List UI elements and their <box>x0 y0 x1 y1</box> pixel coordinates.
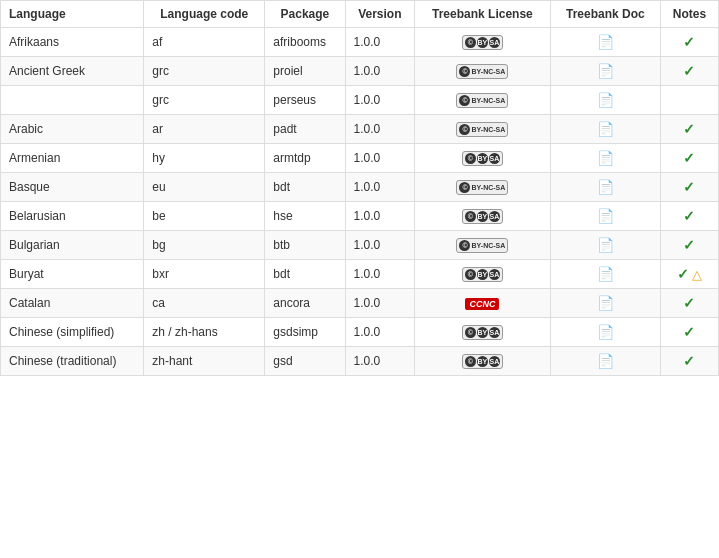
doc-icon[interactable]: 📄 <box>597 179 614 195</box>
cell-notes: ✓ <box>660 347 718 376</box>
cell-doc[interactable]: 📄 <box>550 115 660 144</box>
cell-version: 1.0.0 <box>345 57 415 86</box>
check-icon: ✓ <box>683 237 695 253</box>
doc-icon[interactable]: 📄 <box>597 92 614 108</box>
doc-icon[interactable]: 📄 <box>597 121 614 137</box>
license-badge: © BY SA <box>462 35 503 50</box>
doc-icon[interactable]: 📄 <box>597 266 614 282</box>
cell-doc[interactable]: 📄 <box>550 289 660 318</box>
cell-code: ca <box>144 289 265 318</box>
cc-icon: © <box>465 211 476 222</box>
doc-icon[interactable]: 📄 <box>597 295 614 311</box>
cell-language: Buryat <box>1 260 144 289</box>
cell-version: 1.0.0 <box>345 347 415 376</box>
cell-version: 1.0.0 <box>345 115 415 144</box>
cell-notes: ✓ △ <box>660 260 718 289</box>
cell-code: ar <box>144 115 265 144</box>
cell-language: Chinese (simplified) <box>1 318 144 347</box>
sa-icon: SA <box>489 327 500 338</box>
cell-license: © BY SA <box>415 260 551 289</box>
doc-icon[interactable]: 📄 <box>597 34 614 50</box>
cell-doc[interactable]: 📄 <box>550 202 660 231</box>
cell-doc[interactable]: 📄 <box>550 260 660 289</box>
by-icon: BY <box>477 356 488 367</box>
cell-package: ancora <box>265 289 345 318</box>
cell-language: Bulgarian <box>1 231 144 260</box>
license-badge: © BY-NC-SA <box>456 93 508 108</box>
cell-package: proiel <box>265 57 345 86</box>
col-header-version: Version <box>345 1 415 28</box>
cell-version: 1.0.0 <box>345 289 415 318</box>
cc-icon: © <box>465 153 476 164</box>
cell-doc[interactable]: 📄 <box>550 144 660 173</box>
doc-icon[interactable]: 📄 <box>597 324 614 340</box>
license-badge: © BY SA <box>462 151 503 166</box>
cell-version: 1.0.0 <box>345 28 415 57</box>
license-badge: © BY SA <box>462 267 503 282</box>
cc-icon: © <box>459 95 470 106</box>
sa-icon: SA <box>489 356 500 367</box>
cell-version: 1.0.0 <box>345 318 415 347</box>
table-row: Chinese (simplified) zh / zh-hans gsdsim… <box>1 318 719 347</box>
table-row: Basque eu bdt 1.0.0 © BY-NC-SA 📄 ✓ <box>1 173 719 202</box>
cc-icon: © <box>459 240 470 251</box>
cc-icon: © <box>459 66 470 77</box>
col-header-language: Language <box>1 1 144 28</box>
table-row: Ancient Greek grc proiel 1.0.0 © BY-NC-S… <box>1 57 719 86</box>
cell-doc[interactable]: 📄 <box>550 231 660 260</box>
cell-package: gsd <box>265 347 345 376</box>
cell-license: © BY-NC-SA <box>415 86 551 115</box>
cell-doc[interactable]: 📄 <box>550 173 660 202</box>
license-badge: © BY SA <box>462 354 503 369</box>
cell-doc[interactable]: 📄 <box>550 86 660 115</box>
cell-language: Arabic <box>1 115 144 144</box>
check-icon: ✓ <box>683 179 695 195</box>
cell-doc[interactable]: 📄 <box>550 57 660 86</box>
cc-icon: © <box>465 269 476 280</box>
cell-version: 1.0.0 <box>345 231 415 260</box>
license-badge: © BY-NC-SA <box>456 64 508 79</box>
cell-code: hy <box>144 144 265 173</box>
cell-license: © BY SA <box>415 202 551 231</box>
cell-language: Ancient Greek <box>1 57 144 86</box>
cell-version: 1.0.0 <box>345 173 415 202</box>
table-row: Belarusian be hse 1.0.0 © BY SA 📄 ✓ <box>1 202 719 231</box>
cell-license: © BY-NC-SA <box>415 115 551 144</box>
cell-code: zh-hant <box>144 347 265 376</box>
cell-code: bxr <box>144 260 265 289</box>
cell-code: zh / zh-hans <box>144 318 265 347</box>
table-row: Arabic ar padt 1.0.0 © BY-NC-SA 📄 ✓ <box>1 115 719 144</box>
cell-package: hse <box>265 202 345 231</box>
doc-icon[interactable]: 📄 <box>597 353 614 369</box>
warning-icon: △ <box>692 267 702 282</box>
cell-version: 1.0.0 <box>345 202 415 231</box>
cell-notes: ✓ <box>660 173 718 202</box>
license-badge: © BY-NC-SA <box>456 180 508 195</box>
table-row: Buryat bxr bdt 1.0.0 © BY SA 📄 ✓ △ <box>1 260 719 289</box>
doc-icon[interactable]: 📄 <box>597 150 614 166</box>
check-icon: ✓ <box>683 295 695 311</box>
cell-doc[interactable]: 📄 <box>550 347 660 376</box>
cell-doc[interactable]: 📄 <box>550 28 660 57</box>
doc-icon[interactable]: 📄 <box>597 237 614 253</box>
license-badge: © BY SA <box>462 325 503 340</box>
caln-badge: CCNC <box>465 298 499 310</box>
sa-icon: SA <box>489 211 500 222</box>
doc-icon[interactable]: 📄 <box>597 63 614 79</box>
cc-icon: © <box>459 124 470 135</box>
cell-package: afribooms <box>265 28 345 57</box>
col-header-license: Treebank License <box>415 1 551 28</box>
cell-version: 1.0.0 <box>345 86 415 115</box>
cell-package: armtdp <box>265 144 345 173</box>
cell-license: © BY-NC-SA <box>415 231 551 260</box>
cell-package: gsdsimp <box>265 318 345 347</box>
cell-version: 1.0.0 <box>345 144 415 173</box>
cell-notes: ✓ <box>660 231 718 260</box>
doc-icon[interactable]: 📄 <box>597 208 614 224</box>
table-row: Bulgarian bg btb 1.0.0 © BY-NC-SA 📄 ✓ <box>1 231 719 260</box>
check-icon: ✓ <box>677 266 689 282</box>
check-icon: ✓ <box>683 34 695 50</box>
col-header-notes: Notes <box>660 1 718 28</box>
license-badge: © BY-NC-SA <box>456 122 508 137</box>
cell-doc[interactable]: 📄 <box>550 318 660 347</box>
